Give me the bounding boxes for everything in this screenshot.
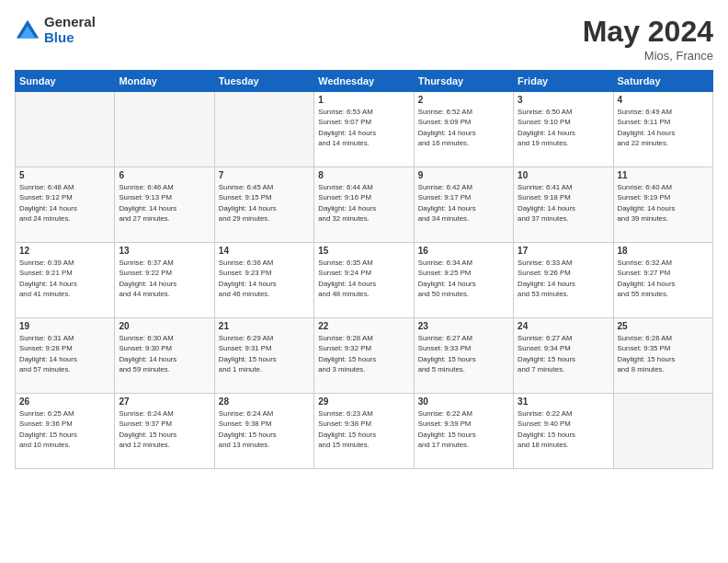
calendar-cell: 8Sunrise: 6:44 AM Sunset: 9:16 PM Daylig… xyxy=(314,167,414,243)
calendar-cell: 11Sunrise: 6:40 AM Sunset: 9:19 PM Dayli… xyxy=(613,167,712,243)
calendar-cell: 25Sunrise: 6:26 AM Sunset: 9:35 PM Dayli… xyxy=(613,318,712,394)
calendar-cell: 7Sunrise: 6:45 AM Sunset: 9:15 PM Daylig… xyxy=(214,167,313,243)
week-row-2: 12Sunrise: 6:39 AM Sunset: 9:21 PM Dayli… xyxy=(16,243,713,318)
day-number: 30 xyxy=(418,396,509,407)
day-info: Sunrise: 6:27 AM Sunset: 9:33 PM Dayligh… xyxy=(418,333,509,374)
calendar-cell: 22Sunrise: 6:28 AM Sunset: 9:32 PM Dayli… xyxy=(314,318,414,394)
col-tuesday: Tuesday xyxy=(214,71,313,92)
day-number: 7 xyxy=(219,170,310,180)
col-thursday: Thursday xyxy=(414,71,513,92)
logo-icon xyxy=(15,17,40,43)
day-info: Sunrise: 6:52 AM Sunset: 9:09 PM Dayligh… xyxy=(418,107,509,148)
calendar-cell: 16Sunrise: 6:34 AM Sunset: 9:25 PM Dayli… xyxy=(414,243,513,318)
day-info: Sunrise: 6:50 AM Sunset: 9:10 PM Dayligh… xyxy=(518,107,609,148)
day-number: 18 xyxy=(618,246,709,256)
day-info: Sunrise: 6:29 AM Sunset: 9:31 PM Dayligh… xyxy=(219,333,310,374)
calendar-cell: 6Sunrise: 6:46 AM Sunset: 9:13 PM Daylig… xyxy=(115,167,214,243)
day-info: Sunrise: 6:28 AM Sunset: 9:32 PM Dayligh… xyxy=(318,333,409,374)
logo-general: General xyxy=(44,15,96,30)
day-number: 9 xyxy=(418,170,509,180)
calendar-cell: 9Sunrise: 6:42 AM Sunset: 9:17 PM Daylig… xyxy=(414,167,513,243)
col-monday: Monday xyxy=(115,71,214,92)
col-saturday: Saturday xyxy=(613,71,712,92)
week-row-0: 1Sunrise: 6:53 AM Sunset: 9:07 PM Daylig… xyxy=(16,92,713,167)
day-info: Sunrise: 6:24 AM Sunset: 9:38 PM Dayligh… xyxy=(219,408,310,450)
day-info: Sunrise: 6:25 AM Sunset: 9:36 PM Dayligh… xyxy=(19,408,110,450)
day-number: 21 xyxy=(219,321,310,331)
day-info: Sunrise: 6:24 AM Sunset: 9:37 PM Dayligh… xyxy=(119,408,210,450)
calendar-cell: 28Sunrise: 6:24 AM Sunset: 9:38 PM Dayli… xyxy=(214,394,313,469)
calendar-cell: 18Sunrise: 6:32 AM Sunset: 9:27 PM Dayli… xyxy=(613,243,712,318)
calendar-cell: 1Sunrise: 6:53 AM Sunset: 9:07 PM Daylig… xyxy=(314,92,414,167)
day-number: 20 xyxy=(119,321,210,331)
day-info: Sunrise: 6:27 AM Sunset: 9:34 PM Dayligh… xyxy=(518,333,609,374)
logo-text: General Blue xyxy=(44,15,96,45)
calendar-cell: 17Sunrise: 6:33 AM Sunset: 9:26 PM Dayli… xyxy=(514,243,613,318)
header: General Blue May 2024 Mios, France xyxy=(15,15,713,63)
day-number: 19 xyxy=(19,321,110,331)
day-number: 15 xyxy=(318,246,409,256)
header-row: Sunday Monday Tuesday Wednesday Thursday… xyxy=(16,71,713,92)
col-sunday: Sunday xyxy=(16,71,115,92)
calendar-cell: 20Sunrise: 6:30 AM Sunset: 9:30 PM Dayli… xyxy=(115,318,214,394)
day-number: 26 xyxy=(19,396,110,407)
day-number: 31 xyxy=(518,396,609,407)
day-number: 1 xyxy=(318,95,409,105)
title-month: May 2024 xyxy=(583,15,713,49)
day-number: 2 xyxy=(418,95,509,105)
title-location: Mios, France xyxy=(583,49,713,63)
day-info: Sunrise: 6:22 AM Sunset: 9:39 PM Dayligh… xyxy=(418,408,509,450)
day-number: 22 xyxy=(318,321,409,331)
day-number: 10 xyxy=(518,170,609,180)
day-info: Sunrise: 6:53 AM Sunset: 9:07 PM Dayligh… xyxy=(318,107,409,148)
calendar-cell: 23Sunrise: 6:27 AM Sunset: 9:33 PM Dayli… xyxy=(414,318,513,394)
day-info: Sunrise: 6:26 AM Sunset: 9:35 PM Dayligh… xyxy=(618,333,709,374)
calendar-cell xyxy=(16,92,115,167)
logo-blue: Blue xyxy=(44,30,96,46)
calendar-cell: 13Sunrise: 6:37 AM Sunset: 9:22 PM Dayli… xyxy=(115,243,214,318)
day-info: Sunrise: 6:23 AM Sunset: 9:38 PM Dayligh… xyxy=(318,408,409,450)
day-info: Sunrise: 6:42 AM Sunset: 9:17 PM Dayligh… xyxy=(418,182,509,224)
day-info: Sunrise: 6:30 AM Sunset: 9:30 PM Dayligh… xyxy=(119,333,210,374)
calendar-cell: 24Sunrise: 6:27 AM Sunset: 9:34 PM Dayli… xyxy=(514,318,613,394)
day-info: Sunrise: 6:31 AM Sunset: 9:28 PM Dayligh… xyxy=(19,333,110,374)
day-number: 28 xyxy=(219,396,310,407)
calendar-cell: 31Sunrise: 6:22 AM Sunset: 9:40 PM Dayli… xyxy=(514,394,613,469)
day-number: 5 xyxy=(19,170,110,180)
day-info: Sunrise: 6:36 AM Sunset: 9:23 PM Dayligh… xyxy=(219,258,310,299)
day-number: 8 xyxy=(318,170,409,180)
day-info: Sunrise: 6:37 AM Sunset: 9:22 PM Dayligh… xyxy=(119,258,210,299)
day-info: Sunrise: 6:44 AM Sunset: 9:16 PM Dayligh… xyxy=(318,182,409,224)
calendar-cell xyxy=(214,92,313,167)
calendar-cell: 26Sunrise: 6:25 AM Sunset: 9:36 PM Dayli… xyxy=(16,394,115,469)
day-info: Sunrise: 6:40 AM Sunset: 9:19 PM Dayligh… xyxy=(618,182,709,224)
calendar-cell: 10Sunrise: 6:41 AM Sunset: 9:18 PM Dayli… xyxy=(514,167,613,243)
calendar-cell: 3Sunrise: 6:50 AM Sunset: 9:10 PM Daylig… xyxy=(514,92,613,167)
day-info: Sunrise: 6:45 AM Sunset: 9:15 PM Dayligh… xyxy=(219,182,310,224)
calendar-cell: 2Sunrise: 6:52 AM Sunset: 9:09 PM Daylig… xyxy=(414,92,513,167)
day-number: 13 xyxy=(119,246,210,256)
page: General Blue May 2024 Mios, France Sunda… xyxy=(0,0,728,563)
day-info: Sunrise: 6:49 AM Sunset: 9:11 PM Dayligh… xyxy=(618,107,709,148)
day-number: 3 xyxy=(518,95,609,105)
day-number: 25 xyxy=(618,321,709,331)
calendar-table: Sunday Monday Tuesday Wednesday Thursday… xyxy=(15,70,713,469)
col-wednesday: Wednesday xyxy=(314,71,414,92)
day-info: Sunrise: 6:32 AM Sunset: 9:27 PM Dayligh… xyxy=(618,258,709,299)
day-info: Sunrise: 6:41 AM Sunset: 9:18 PM Dayligh… xyxy=(518,182,609,224)
calendar-cell: 14Sunrise: 6:36 AM Sunset: 9:23 PM Dayli… xyxy=(214,243,313,318)
day-number: 24 xyxy=(518,321,609,331)
week-row-3: 19Sunrise: 6:31 AM Sunset: 9:28 PM Dayli… xyxy=(16,318,713,394)
day-number: 12 xyxy=(19,246,110,256)
day-number: 23 xyxy=(418,321,509,331)
day-number: 29 xyxy=(318,396,409,407)
title-block: May 2024 Mios, France xyxy=(583,15,713,63)
day-number: 16 xyxy=(418,246,509,256)
day-info: Sunrise: 6:35 AM Sunset: 9:24 PM Dayligh… xyxy=(318,258,409,299)
calendar-cell xyxy=(613,394,712,469)
day-info: Sunrise: 6:22 AM Sunset: 9:40 PM Dayligh… xyxy=(518,408,609,450)
calendar-cell: 27Sunrise: 6:24 AM Sunset: 9:37 PM Dayli… xyxy=(115,394,214,469)
day-info: Sunrise: 6:46 AM Sunset: 9:13 PM Dayligh… xyxy=(119,182,210,224)
day-info: Sunrise: 6:34 AM Sunset: 9:25 PM Dayligh… xyxy=(418,258,509,299)
week-row-1: 5Sunrise: 6:48 AM Sunset: 9:12 PM Daylig… xyxy=(16,167,713,243)
